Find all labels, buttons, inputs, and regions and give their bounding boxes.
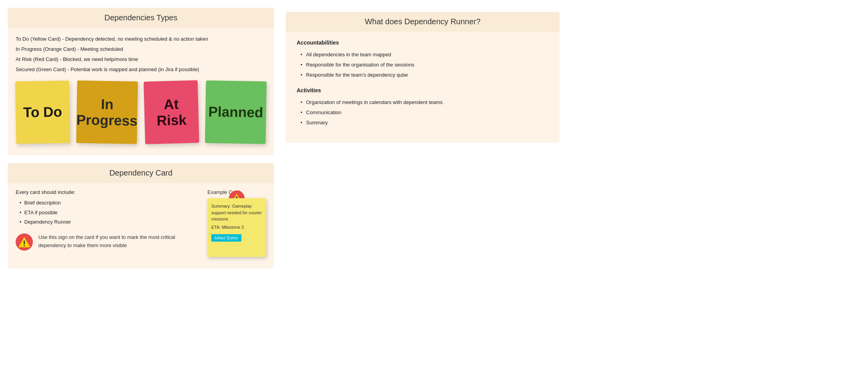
sticky-planned-label: Planned <box>208 104 263 121</box>
card-item-3: Dependency Runner <box>20 217 196 227</box>
dep-card-title: Dependency Card <box>8 163 274 183</box>
dep-types-descriptions: To Do (Yellow Card) - Dependency detecte… <box>16 34 266 75</box>
acc-item-3: Responsible for the team's dependency qu… <box>301 70 549 80</box>
card-item-1: Brief description <box>20 198 196 208</box>
dep-types-title: Dependencies Types <box>8 8 274 28</box>
acc-item-1: All dependencies in the team mapped <box>301 50 549 60</box>
dep-card-panel: Dependency Card Every card should includ… <box>8 163 274 269</box>
dep-desc-1: To Do (Yellow Card) - Dependency detecte… <box>16 34 266 44</box>
sticky-todo-label: To Do <box>23 104 62 120</box>
dep-desc-4: Secured (Green Card) - Potential work is… <box>16 65 266 75</box>
example-eta: ETA: Milestone 3 <box>211 224 262 231</box>
right-panel: What does Dependency Runner? Accountabil… <box>286 12 560 143</box>
accountabilities-title: Accountabilities <box>297 39 549 46</box>
dep-card-left: Every card should include: Brief descrip… <box>16 189 196 257</box>
card-item-2: ETA if possible <box>20 208 196 218</box>
example-summary: Summary: Gameplay support needed for cou… <box>211 203 262 222</box>
right-panel-body: Accountabilities All dependencies in the… <box>286 32 560 143</box>
sticky-todo: To Do <box>15 81 70 144</box>
right-panel-title: What does Dependency Runner? <box>286 12 560 32</box>
sticky-planned: Planned <box>205 81 267 144</box>
dep-desc-3: At Risk (Red Card) - Blocked, we need he… <box>16 54 266 65</box>
warning-row: Use this sign on the card if you want to… <box>16 233 196 253</box>
right-column: What does Dependency Runner? Accountabil… <box>286 8 860 374</box>
sticky-inprogress-label: InProgress <box>76 95 138 129</box>
dep-types-panel: Dependencies Types To Do (Yellow Card) -… <box>8 8 274 155</box>
example-sticky-card: Summary: Gameplay support needed for cou… <box>207 198 266 257</box>
dep-desc-2: In Progress (Orange Card) - Meeting sche… <box>16 44 266 54</box>
sticky-notes-row: To Do InProgress AtRisk Planned <box>16 81 266 143</box>
act-item-1: Organization of meetings in calendars wi… <box>301 97 549 108</box>
dep-types-body: To Do (Yellow Card) - Dependency detecte… <box>8 28 274 155</box>
dep-card-right: Example Card: Summary: Gameplay support … <box>207 189 266 257</box>
sticky-atrisk: AtRisk <box>144 80 199 144</box>
activities-list: Organization of meetings in calendars wi… <box>297 97 549 128</box>
card-includes-label: Every card should include: <box>16 189 196 195</box>
sticky-inprogress: InProgress <box>76 81 138 144</box>
act-item-3: Summary <box>301 118 549 128</box>
svg-rect-2 <box>24 240 25 244</box>
warning-icon <box>16 233 33 251</box>
sticky-atrisk-label: AtRisk <box>156 96 187 129</box>
card-includes-list: Brief description ETA if possible Depend… <box>16 198 196 227</box>
activities-title: Activities <box>297 87 549 93</box>
example-badge: Iuliasz Quirez <box>211 230 262 242</box>
accountabilities-list: All dependencies in the team mapped Resp… <box>297 50 549 80</box>
left-column: Dependencies Types To Do (Yellow Card) -… <box>8 8 274 374</box>
warning-text: Use this sign on the card if you want to… <box>38 233 196 250</box>
dep-card-body: Every card should include: Brief descrip… <box>8 183 274 269</box>
act-item-2: Communication <box>301 108 549 118</box>
acc-item-2: Responsible for the organisation of the … <box>301 60 549 70</box>
example-card-wrapper: Summary: Gameplay support needed for cou… <box>207 198 266 257</box>
svg-rect-3 <box>24 245 25 246</box>
